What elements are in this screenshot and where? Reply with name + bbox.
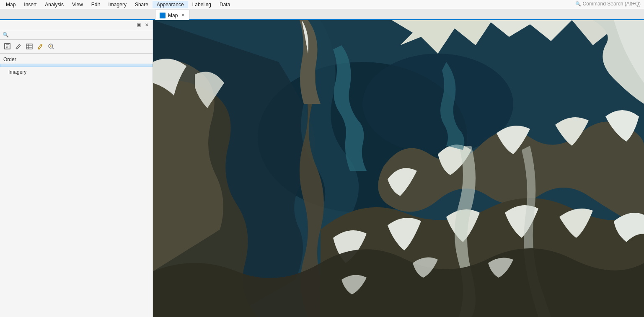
search-icon: 🔍 (575, 1, 581, 7)
svg-line-15 (52, 48, 54, 49)
table-icon (26, 43, 33, 50)
section-order-label: Order (0, 55, 153, 64)
panel-search-icon: 🔍 (3, 32, 9, 38)
analyze-icon (48, 43, 54, 50)
tab-map-label: Map (168, 13, 178, 18)
map-imagery (153, 20, 644, 317)
left-panel: ▣ ✕ 🔍 (0, 20, 153, 317)
main-layout: ▣ ✕ 🔍 (0, 20, 644, 317)
menu-share[interactable]: Share (131, 1, 153, 8)
select-icon (4, 43, 11, 50)
command-search[interactable]: 🔍 Command Search (Alt+Q) (575, 1, 641, 7)
panel-search-bar: 🔍 (0, 30, 153, 40)
svg-rect-8 (26, 44, 32, 49)
menu-map[interactable]: Map (2, 1, 20, 8)
menu-bar: Map Insert Analysis View Edit Imagery Sh… (0, 0, 644, 9)
tab-bar: Map ✕ (0, 9, 644, 20)
menu-view[interactable]: View (68, 1, 87, 8)
selected-layer-row[interactable] (0, 64, 153, 67)
command-search-label: Command Search (Alt+Q) (583, 1, 641, 7)
svg-line-7 (16, 49, 17, 49)
menu-labeling[interactable]: Labeling (188, 1, 215, 8)
draw-button[interactable] (13, 41, 23, 52)
tab-map[interactable]: Map ✕ (155, 10, 189, 21)
menu-edit[interactable]: Edit (87, 1, 104, 8)
panel-search-input[interactable] (10, 32, 150, 38)
analyze-button[interactable] (46, 41, 56, 52)
svg-line-6 (17, 45, 21, 49)
imagery-layer-item[interactable]: Imagery (0, 68, 153, 76)
panel-content: Order Imagery (0, 54, 153, 317)
panel-close-button[interactable]: ✕ (144, 22, 150, 28)
draw-icon (15, 43, 22, 50)
panel-pin-button[interactable]: ▣ (135, 22, 142, 28)
select-features-button[interactable] (3, 41, 13, 52)
map-area[interactable] (153, 20, 644, 317)
panel-toolbar (0, 40, 153, 54)
menu-imagery[interactable]: Imagery (104, 1, 131, 8)
map-tab-icon (160, 13, 166, 18)
menu-insert[interactable]: Insert (20, 1, 41, 8)
paint-button[interactable] (35, 41, 45, 52)
svg-line-4 (16, 44, 19, 49)
menu-appearance[interactable]: Appearance (153, 1, 188, 8)
table-button[interactable] (24, 41, 34, 52)
tab-close-button[interactable]: ✕ (181, 13, 185, 18)
map-canvas (153, 20, 644, 317)
menu-analysis[interactable]: Analysis (41, 1, 68, 8)
panel-header: ▣ ✕ (0, 20, 153, 30)
svg-rect-12 (41, 44, 42, 45)
menu-data[interactable]: Data (215, 1, 234, 8)
paint-icon (37, 43, 44, 50)
